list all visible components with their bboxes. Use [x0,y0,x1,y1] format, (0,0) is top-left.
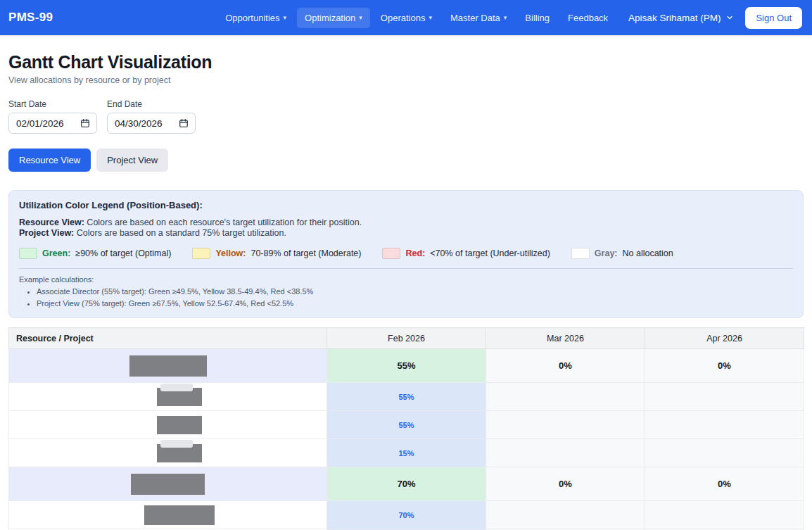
project-sub-row: 15% [9,439,804,467]
top-navbar: PMS-99 Opportunities▾Optimization▾Operat… [0,0,812,35]
utilization-cell [486,501,645,529]
example-calculations-title: Example calculations: [19,275,793,284]
utilization-cell: 0% [486,349,645,383]
project-sub-row: 55% [9,411,804,439]
legend-swatch-text: ≥90% of target (Optimal) [75,248,171,258]
example-calculation-item: Associate Director (55% target): Green ≥… [37,286,793,298]
sign-out-button[interactable]: Sign Out [745,7,802,29]
resource-group-row: 55%0%0% [9,349,804,383]
project-name-cell [9,383,327,411]
end-date-label: End Date [107,99,196,109]
utilization-cell: 55% [327,383,486,411]
nav-item-label: Feedback [568,13,608,23]
legend-resource-view-label: Resource View: [19,217,84,227]
project-name-cell [9,411,327,439]
utilization-cell: 0% [645,467,804,501]
user-name-label: Apisak Srihamat (PM) [628,13,721,23]
app-brand[interactable]: PMS-99 [8,11,53,25]
nav-item-master-data[interactable]: Master Data▾ [443,8,514,28]
nav-item-opportunities[interactable]: Opportunities▾ [217,8,294,28]
end-date-value: 04/30/2026 [115,118,163,129]
project-view-button[interactable]: Project View [96,149,168,172]
legend-swatch-text: No allocation [623,248,673,258]
legend-project-view-label: Project View: [19,228,74,238]
gantt-table: Resource / ProjectFeb 2026Mar 2026Apr 20… [8,327,804,530]
utilization-cell: 0% [645,349,804,383]
utilization-cell [645,501,804,529]
chevron-down-icon: ▾ [359,15,362,21]
utilization-legend-panel: Utilization Color Legend (Position-Based… [8,190,804,318]
redacted-name-block [157,444,202,462]
date-filters: Start Date 02/01/2026 End Date 04/30/202… [8,99,804,134]
chevron-down-icon: ▾ [504,15,507,21]
legend-divider [19,268,793,269]
red-swatch [382,248,400,259]
example-calculation-item: Project View (75% target): Green ≥67.5%,… [37,298,793,310]
utilization-cell [645,383,804,411]
redacted-name-block [157,416,202,434]
legend-resource-view-line: Resource View: Colors are based on each … [19,217,793,228]
redaction-rectangle [129,355,207,377]
redacted-name-block [157,388,202,406]
legend-project-view-line: Project View: Colors are based on a stan… [19,228,793,239]
resource-name-cell [9,467,327,501]
column-header-resource-project: Resource / Project [9,328,327,349]
nav-menu: Opportunities▾Optimization▾Operations▾Ma… [217,8,616,28]
resource-name-cell [9,349,327,383]
legend-item-green-swatch: Green: ≥90% of target (Optimal) [19,248,171,259]
calendar-icon[interactable] [80,118,90,128]
yellow-swatch [192,248,210,259]
utilization-cell: 70% [327,501,486,529]
legend-item-yellow-swatch: Yellow: 70-89% of target (Moderate) [192,248,361,259]
calendar-icon[interactable] [179,118,189,128]
redaction-rectangle [144,505,215,525]
legend-title: Utilization Color Legend (Position-Based… [19,200,793,210]
gray-swatch [571,248,590,259]
chevron-down-icon: ▾ [429,15,432,21]
start-date-field: Start Date 02/01/2026 [8,99,97,134]
utilization-cell [486,439,645,467]
redacted-name-block [131,474,205,495]
resource-view-button[interactable]: Resource View [8,149,91,172]
utilization-cell [645,411,804,439]
redaction-tab [160,440,193,448]
redaction-tab [160,384,193,391]
redaction-rectangle [131,474,205,495]
utilization-cell [486,411,645,439]
legend-swatch-row: Green: ≥90% of target (Optimal)Yellow: 7… [19,248,793,259]
nav-item-billing[interactable]: Billing [517,8,557,28]
start-date-label: Start Date [8,99,97,109]
utilization-cell [486,383,645,411]
start-date-value: 02/01/2026 [16,118,64,129]
utilization-cell: 55% [327,349,486,383]
column-header-month: Feb 2026 [327,328,486,349]
legend-swatch-label: Green: [42,248,70,258]
nav-item-label: Master Data [450,13,500,23]
start-date-input[interactable]: 02/01/2026 [8,113,97,134]
project-name-cell [9,439,327,467]
nav-item-optimization[interactable]: Optimization▾ [297,8,370,28]
utilization-cell: 55% [327,411,486,439]
legend-swatch-text: 70-89% of target (Moderate) [250,248,361,258]
end-date-input[interactable]: 04/30/2026 [107,113,196,134]
page-title: Gantt Chart Visualization [8,52,804,72]
project-sub-row: 70% [9,501,804,529]
nav-item-operations[interactable]: Operations▾ [373,8,440,28]
nav-item-label: Operations [381,13,426,23]
column-header-month: Apr 2026 [645,328,804,349]
chevron-down-icon: ▾ [284,15,287,21]
nav-item-feedback[interactable]: Feedback [560,8,616,28]
legend-project-view-text: Colors are based on a standard 75% targe… [77,228,286,238]
redacted-name-block [144,505,215,525]
utilization-cell: 70% [327,467,486,501]
user-menu[interactable]: Apisak Srihamat (PM) [628,13,734,23]
nav-item-label: Billing [525,13,550,23]
project-name-cell [9,501,327,529]
main-content: Gantt Chart Visualization View allocatio… [0,52,812,530]
legend-swatch-label: Red: [405,248,425,258]
utilization-cell: 0% [486,467,645,501]
end-date-field: End Date 04/30/2026 [107,99,196,134]
legend-swatch-text: <70% of target (Under-utilized) [430,248,550,258]
table-header-row: Resource / ProjectFeb 2026Mar 2026Apr 20… [9,328,804,349]
utilization-cell [645,439,804,467]
